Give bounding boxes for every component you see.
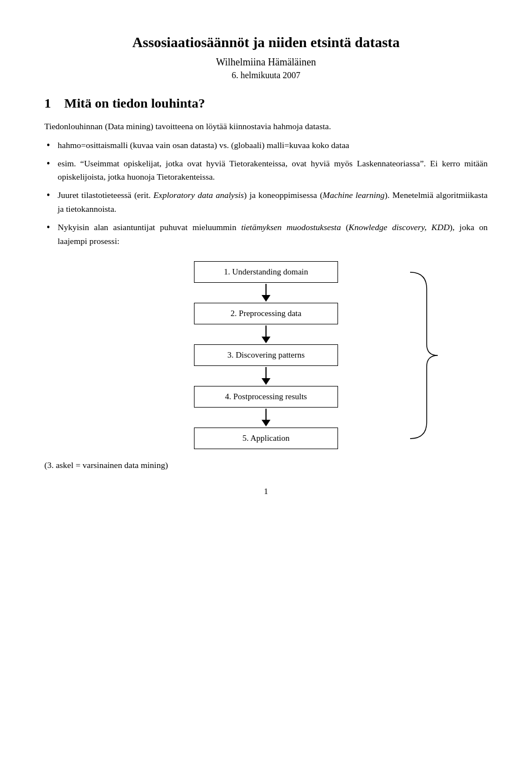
- step-1-box: 1. Understanding domain: [194, 261, 338, 283]
- list-item: esim. “Useimmat opiskelijat, jotka ovat …: [44, 157, 488, 185]
- section-number: 1: [44, 96, 51, 110]
- footnote: (3. askel = varsinainen data mining): [44, 460, 488, 470]
- bullet-list: hahmo=osittaismalli (kuvaa vain osan dat…: [44, 139, 488, 248]
- diagram-steps: 1. Understanding domain 2. Preprocessing…: [183, 261, 349, 449]
- list-item: Juuret tilastotieteessä (erit. Explorato…: [44, 189, 488, 216]
- section-heading: Mitä on tiedon louhinta?: [64, 96, 205, 110]
- bracket-svg: [405, 267, 443, 444]
- arrow-3: [262, 367, 270, 385]
- arrow-4: [262, 409, 270, 426]
- step-2-box: 2. Preprocessing data: [194, 303, 338, 324]
- step-4-box: 4. Postprocessing results: [194, 386, 338, 408]
- step-3-box: 3. Discovering patterns: [194, 344, 338, 366]
- page-footer: 1: [44, 487, 488, 496]
- step-2-label: 2. Preprocessing data: [231, 309, 301, 318]
- section-title: 1 Mitä on tiedon louhinta?: [44, 96, 488, 111]
- step-4-label: 4. Postprocessing results: [225, 392, 307, 401]
- arrow-2: [262, 325, 270, 343]
- curved-bracket: [405, 261, 443, 449]
- step-5-label: 5. Application: [243, 434, 290, 442]
- intro-text: Tiedonlouhinnan (Data mining) tavoitteen…: [44, 120, 488, 133]
- list-item: hahmo=osittaismalli (kuvaa vain osan dat…: [44, 139, 488, 152]
- kdd-diagram: 1. Understanding domain 2. Preprocessing…: [44, 261, 488, 449]
- date: 6. helmikuuta 2007: [44, 70, 488, 80]
- arrow-1: [262, 284, 270, 302]
- page-container: Assosiaatiosäännöt ja niiden etsintä dat…: [44, 33, 488, 496]
- step-1-label: 1. Understanding domain: [224, 267, 308, 276]
- page-number: 1: [264, 487, 268, 496]
- step-5-box: 5. Application: [194, 428, 338, 449]
- step-3-label: 3. Discovering patterns: [227, 350, 305, 359]
- list-item: Nykyisin alan asiantuntijat puhuvat miel…: [44, 221, 488, 248]
- main-title: Assosiaatiosäännöt ja niiden etsintä dat…: [44, 33, 488, 52]
- author: Wilhelmiina Hämäläinen: [44, 57, 488, 68]
